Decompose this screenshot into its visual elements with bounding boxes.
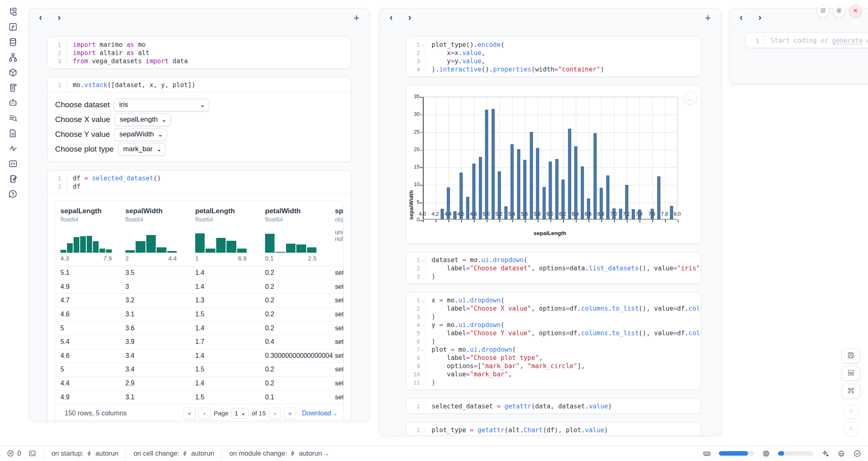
altair-chart[interactable]: sepalWidth 05101520253035 4.04.24.44.64.…	[406, 85, 701, 243]
download-button[interactable]: Download ⌄	[302, 410, 337, 417]
dependency-graph-icon[interactable]	[7, 52, 18, 62]
chevron-right-icon[interactable]: ›	[758, 13, 761, 22]
dropdown-choose-x-value[interactable]: sepalLength⌄	[114, 113, 171, 126]
line-number: 2	[417, 265, 420, 272]
close-button[interactable]	[849, 5, 862, 18]
column-header-sepalWidth[interactable]: sepalWidthfloat6424.4	[125, 207, 195, 262]
command-palette-button[interactable]	[842, 384, 860, 399]
y-tick-label: 0	[407, 217, 420, 223]
dropdown-choose-y-value[interactable]: sepalWidth⌄	[114, 128, 167, 141]
table-cell: 4.9	[60, 394, 125, 401]
fold-chevron-icon[interactable]: ⌄	[420, 258, 425, 262]
code-editor[interactable]: 1⌄23dataset = mo.ui.dropdown( label="Cho…	[406, 252, 701, 284]
code-editor[interactable]: 1plot_type = getattr(alt.Chart(df), plot…	[406, 422, 701, 436]
add-cell-button[interactable]: +	[705, 12, 711, 23]
x-tick-label: 7.4	[632, 211, 646, 217]
dataframe-output: sepalLengthfloat644.37.9sepalWidthfloat6…	[48, 194, 351, 421]
chart-options-button[interactable]: …	[683, 91, 697, 105]
connection-status-icon[interactable]	[853, 449, 861, 458]
dropdown-value: sepalLength	[120, 115, 158, 124]
chart-bar	[492, 109, 495, 219]
fold-chevron-icon[interactable]: ⌄	[420, 348, 425, 352]
table-row: 4.42.91.40.2setosa	[55, 377, 343, 391]
line-number: 9	[417, 363, 420, 369]
database-icon[interactable]	[7, 37, 18, 47]
column-header-petalWidth[interactable]: petalWidthfloat640.12.5	[265, 207, 335, 262]
run-mode-setting[interactable]: on module change:autorun⌄	[222, 446, 336, 461]
code-line: x=x.value,	[432, 49, 701, 57]
functions-icon[interactable]	[7, 22, 18, 32]
dropdown-choose-dataset[interactable]: iris⌄	[114, 99, 209, 111]
snippets-icon[interactable]	[7, 143, 18, 153]
page-count-label: of 15	[252, 410, 265, 417]
code-line: y=y.value,	[432, 57, 701, 65]
errors-indicator[interactable]: 0	[7, 449, 21, 457]
run-mode-setting[interactable]: on startup:autorun	[44, 446, 126, 461]
control-label: Choose dataset	[55, 100, 110, 109]
code-editor[interactable]: 123import marimo as moimport altair as a…	[48, 37, 351, 68]
layout-button[interactable]	[842, 366, 860, 381]
fold-chevron-icon[interactable]: ⌄	[420, 323, 425, 327]
code-editor[interactable]: 1⌄234plot_type().encode( x=x.value, y=y.…	[406, 37, 701, 76]
next-page-button[interactable]: ›	[269, 407, 281, 420]
chat-icon[interactable]	[7, 98, 18, 108]
table-cell: 3.4	[125, 366, 195, 373]
table-row: 4.931.40.2setosa	[55, 280, 343, 294]
line-number: 1	[417, 403, 420, 410]
chevron-left-icon[interactable]: ‹	[740, 13, 743, 22]
table-cell: 3.6	[125, 325, 195, 332]
logs-icon[interactable]	[7, 83, 18, 92]
layout-icon	[847, 369, 855, 378]
chevron-right-icon[interactable]: ›	[408, 13, 411, 22]
column-header-sepalLength[interactable]: sepalLengthfloat644.37.9	[60, 207, 125, 262]
first-page-button[interactable]: «	[183, 407, 196, 420]
table-cell: 3.4	[125, 352, 195, 360]
table-cell: 3.9	[125, 338, 195, 346]
dropdown-choose-plot-type[interactable]: mark_bar⌄	[118, 143, 166, 156]
scratchpad-icon[interactable]	[7, 174, 18, 184]
chevron-left-icon[interactable]: ‹	[39, 13, 42, 22]
line-number: 1	[58, 82, 61, 88]
menu-button[interactable]	[817, 5, 829, 18]
code-editor[interactable]: 12df = selected_dataset()df	[48, 171, 351, 194]
column-header-species[interactable]: speciesobjectunique:nulls:	[335, 207, 343, 262]
fold-chevron-icon[interactable]: ⌄	[420, 43, 425, 47]
chevron-down-icon: ⌄	[325, 451, 329, 456]
code-editor[interactable]: 1mo.vstack([dataset, x, y, plot])	[48, 77, 351, 92]
fold-chevron-icon[interactable]: ⌄	[420, 298, 425, 302]
page-select[interactable]: 1 ⌄	[231, 408, 249, 419]
code-icon[interactable]	[7, 159, 18, 168]
last-page-button[interactable]: »	[284, 407, 296, 420]
chevron-right-icon[interactable]: ›	[58, 13, 60, 22]
chevron-left-icon[interactable]: ‹	[390, 13, 392, 22]
chart-plot-area[interactable]	[422, 97, 677, 220]
save-button[interactable]	[842, 348, 860, 363]
prev-page-button[interactable]: ‹	[199, 407, 211, 420]
add-cell-button[interactable]: +	[353, 12, 360, 23]
x-tick-label: 5.2	[492, 211, 506, 217]
help-icon[interactable]	[7, 189, 18, 199]
settings-button[interactable]	[833, 5, 845, 18]
terminal-button[interactable]	[28, 449, 36, 457]
ram-icon	[703, 449, 711, 458]
run-button[interactable]	[844, 422, 859, 437]
table-cell: 3.2	[125, 297, 195, 304]
code-line: mo.vstack([dataset, x, y, plot])	[73, 81, 351, 89]
table-header: sepalLengthfloat644.37.9sepalWidthfloat6…	[55, 201, 343, 266]
code-editor[interactable]: 1selected_dataset = getattr(data, datase…	[406, 399, 701, 413]
line-number: 1	[58, 41, 61, 48]
ai-sparkles-icon[interactable]	[821, 449, 829, 458]
stop-button[interactable]	[844, 404, 859, 419]
column-header-petalLength[interactable]: petalLengthfloat6416.9	[195, 207, 265, 262]
copilot-icon[interactable]	[837, 449, 845, 458]
code-editor[interactable]: 1 Start coding or generate with	[746, 33, 868, 48]
run-mode-setting[interactable]: on cell change:autorun	[126, 446, 222, 461]
documentation-icon[interactable]	[7, 128, 18, 138]
code-editor[interactable]: 1⌄234⌄567⌄891011x = mo.ui.dropdown( labe…	[406, 293, 701, 390]
file-tree-icon[interactable]	[7, 7, 18, 16]
packages-icon[interactable]	[7, 67, 18, 77]
tracebacks-icon[interactable]	[7, 113, 18, 123]
table-cell: 1.5	[195, 366, 265, 373]
table-cell: 1.5	[195, 311, 265, 318]
generate-with-ai-link[interactable]: generate	[832, 37, 863, 44]
